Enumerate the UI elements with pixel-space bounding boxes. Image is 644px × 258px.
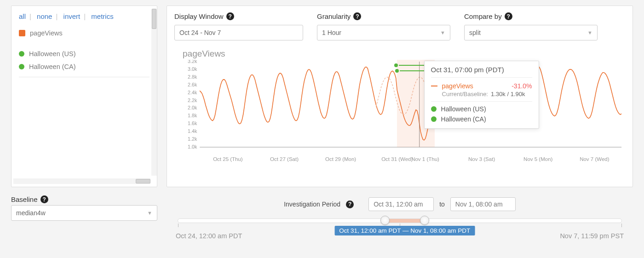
svg-text:2.8k: 2.8k [188, 74, 197, 80]
svg-text:2.2k: 2.2k [188, 97, 197, 103]
display-window-input[interactable]: Oct 24 - Nov 7 [174, 25, 303, 40]
svg-text:2.4k: 2.4k [188, 90, 197, 95]
filter-none[interactable]: none [37, 12, 52, 20]
granularity-value: 1 Hour [322, 29, 341, 36]
help-icon[interactable]: ? [346, 201, 354, 208]
tooltip-metric: pageViews [442, 82, 507, 90]
circle-swatch-icon [431, 106, 437, 112]
legend-event-row[interactable]: Halloween (CA) [19, 60, 150, 73]
circle-swatch-icon [19, 51, 24, 57]
circle-swatch-icon [19, 64, 24, 69]
compare-by-label: Compare by [464, 12, 502, 20]
compare-by-select[interactable]: split ▼ [464, 25, 598, 40]
slider-fill [385, 219, 425, 223]
scrollbar-horizontal[interactable] [13, 178, 150, 184]
tooltip-event: Halloween (CA) [441, 115, 486, 123]
x-tick-label: Oct 29 (Mon) [325, 156, 356, 162]
baseline-value: median4w [16, 209, 46, 217]
x-tick-label: Oct 27 (Sat) [270, 156, 299, 162]
x-tick-label: Nov 7 (Wed) [580, 156, 609, 162]
square-swatch-icon [19, 30, 25, 36]
range-start-label: Oct 24, 12:00 am PDT [176, 232, 242, 240]
tooltip-sub-label: Current/Baseline: [442, 91, 488, 97]
legend-metric-label: pageViews [30, 29, 63, 37]
help-icon[interactable]: ? [505, 12, 512, 20]
tooltip-event: Halloween (US) [441, 105, 486, 113]
chevron-down-icon: ▼ [147, 210, 152, 216]
baseline-select[interactable]: median4w ▼ [11, 205, 157, 221]
compare-by-value: split [469, 29, 481, 36]
legend-event-row[interactable]: Halloween (US) [19, 47, 150, 60]
x-tick-label: Nov 3 (Sat) [468, 156, 495, 162]
event-bar-icon [399, 65, 426, 66]
slider-handle-start[interactable] [380, 216, 390, 225]
scrollbar-thumb[interactable] [136, 179, 150, 183]
svg-text:1.6k: 1.6k [188, 120, 197, 126]
granularity-select[interactable]: 1 Hour ▼ [317, 25, 450, 40]
granularity-label: Granularity [317, 12, 351, 20]
scrollbar-vertical[interactable] [151, 9, 157, 176]
line-swatch-icon [431, 86, 437, 86]
svg-text:1.2k: 1.2k [188, 136, 197, 142]
investigation-to-input[interactable]: Nov 1, 08:00 am [450, 197, 516, 211]
to-label: to [439, 201, 445, 208]
svg-text:3.2k: 3.2k [188, 60, 197, 64]
range-end-label: Nov 7, 11:59 pm PST [560, 232, 624, 240]
investigation-label: Investigation Period [284, 201, 340, 208]
tooltip-pct-change: -31.0% [512, 82, 532, 90]
tooltip-timestamp: Oct 31, 07:00 pm (PDT) [431, 66, 532, 78]
chart-tooltip: Oct 31, 07:00 pm (PDT) pageViews -31.0% … [424, 61, 539, 129]
svg-text:3.0k: 3.0k [188, 66, 197, 72]
slider-range-pill: Oct 31, 12:00 am PDT — Nov 1, 08:00 am P… [334, 226, 475, 235]
legend-event-label: Halloween (US) [29, 50, 76, 57]
range-slider[interactable]: Oct 31, 12:00 am PDT — Nov 1, 08:00 am P… [178, 218, 622, 223]
x-axis-ticks: Oct 25 (Thu)Oct 27 (Sat)Oct 29 (Mon)Oct … [183, 156, 623, 165]
legend-metric-row[interactable]: pageViews [19, 27, 150, 40]
event-bar-icon [400, 70, 427, 71]
filter-invert[interactable]: invert [63, 12, 80, 20]
svg-text:2.6k: 2.6k [188, 82, 197, 87]
svg-text:1.0k: 1.0k [188, 144, 197, 149]
x-tick-label: Oct 25 (Thu) [213, 156, 243, 162]
chart-title: pageViews [183, 49, 623, 59]
chart-area: 3.2k3.0k2.8k2.6k2.4k2.2k2.0k1.8k1.6k1.4k… [183, 60, 623, 156]
legend-event-label: Halloween (CA) [29, 63, 76, 70]
display-window-value: Oct 24 - Nov 7 [179, 29, 221, 36]
svg-text:1.4k: 1.4k [188, 128, 197, 134]
chevron-down-icon: ▼ [440, 30, 445, 35]
chevron-down-icon: ▼ [587, 30, 592, 35]
filter-metrics[interactable]: metrics [91, 12, 113, 20]
filter-all[interactable]: all [19, 12, 26, 20]
tooltip-sub-value: 1.30k / 1.90k [491, 91, 525, 97]
legend-panel: all| none| invert| metrics pageViews Hal… [11, 6, 157, 187]
circle-swatch-icon [431, 116, 437, 122]
baseline-label: Baseline [11, 195, 38, 203]
display-window-label: Display Window [174, 12, 224, 20]
help-icon[interactable]: ? [40, 195, 48, 203]
help-icon[interactable]: ? [226, 12, 234, 20]
help-icon[interactable]: ? [353, 12, 361, 20]
slider-track[interactable] [178, 218, 622, 223]
investigation-from-input[interactable]: Oct 31, 12:00 am [368, 197, 434, 211]
chart-panel: Display Window ? Oct 24 - Nov 7 Granular… [167, 6, 633, 187]
x-tick-label: Oct 31 (Wed) [381, 156, 413, 162]
event-dot-icon [394, 63, 398, 67]
x-tick-label: Nov 5 (Mon) [523, 156, 552, 162]
event-dot-icon [395, 69, 399, 73]
svg-text:1.8k: 1.8k [188, 113, 197, 118]
slider-handle-end[interactable] [420, 216, 429, 225]
x-tick-label: Nov 1 (Thu) [411, 156, 439, 162]
svg-text:2.0k: 2.0k [188, 105, 197, 110]
legend-filters: all| none| invert| metrics [19, 12, 150, 27]
divider [19, 77, 150, 77]
scrollbar-thumb[interactable] [152, 9, 156, 29]
